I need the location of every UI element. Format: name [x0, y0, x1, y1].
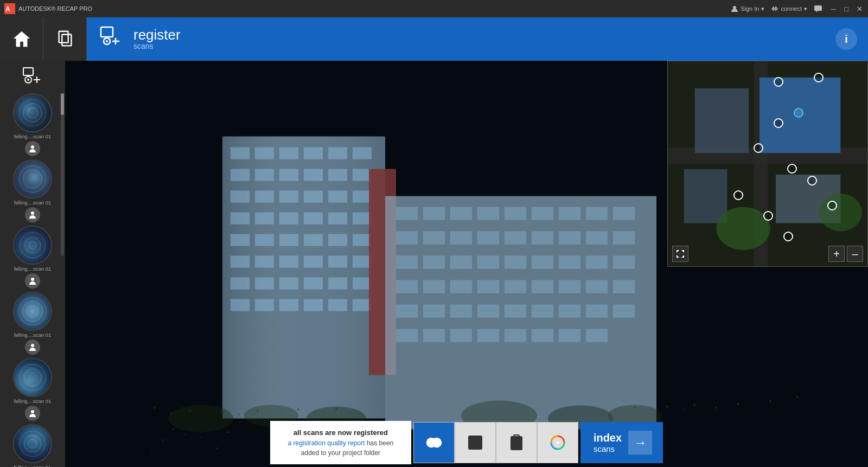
svg-point-170 — [257, 410, 259, 412]
svg-point-12 — [31, 145, 34, 149]
svg-rect-70 — [328, 191, 347, 203]
svg-rect-6 — [101, 27, 113, 37]
svg-point-171 — [276, 413, 277, 414]
svg-rect-148 — [586, 305, 608, 318]
svg-rect-189 — [684, 169, 727, 223]
scan-person-btn[interactable] — [25, 141, 40, 156]
scan-person-btn[interactable] — [25, 406, 40, 421]
svg-rect-126 — [477, 256, 499, 269]
svg-rect-87 — [304, 256, 323, 268]
main-content: felling....scan 01 felling....scan 01 — [0, 61, 868, 467]
sign-in-btn[interactable]: Sign In ▾ — [731, 5, 764, 12]
minimap-zoom-controls: + – — [828, 246, 863, 262]
svg-rect-93 — [304, 278, 323, 290]
minimap-scan-dot[interactable] — [774, 77, 783, 87]
svg-rect-69 — [304, 191, 323, 203]
svg-point-197 — [435, 441, 438, 444]
svg-rect-113 — [613, 207, 635, 220]
list-item[interactable]: felling....scan 01 — [3, 159, 62, 222]
svg-rect-121 — [586, 232, 608, 245]
minimap-scan-dot[interactable] — [763, 211, 773, 221]
minimap-scan-dot[interactable] — [787, 164, 797, 174]
maximize-btn[interactable]: □ — [842, 4, 851, 13]
svg-rect-156 — [559, 329, 580, 342]
svg-rect-142 — [423, 305, 445, 318]
minimap-scan-dot[interactable] — [774, 118, 783, 128]
home-button[interactable] — [0, 17, 43, 61]
list-item[interactable]: felling....scan 01 — [3, 226, 62, 289]
svg-rect-100 — [328, 299, 347, 311]
svg-point-8 — [106, 40, 108, 42]
register-tool-btn[interactable] — [413, 422, 455, 463]
sidebar-register-icon[interactable] — [14, 65, 52, 89]
svg-point-177 — [666, 406, 668, 408]
svg-rect-144 — [477, 305, 499, 318]
zoom-in-btn[interactable]: + — [828, 246, 845, 262]
svg-rect-81 — [304, 234, 323, 246]
svg-rect-135 — [477, 280, 499, 293]
minimap-scan-dot[interactable] — [783, 232, 793, 241]
svg-rect-86 — [279, 256, 298, 268]
scan-person-btn[interactable] — [25, 273, 40, 289]
svg-rect-9 — [23, 68, 33, 75]
svg-rect-85 — [255, 256, 274, 268]
svg-point-180 — [716, 407, 717, 408]
svg-rect-110 — [532, 207, 553, 220]
list-item[interactable]: felling....scan 01 — [3, 292, 62, 355]
svg-rect-66 — [231, 191, 250, 203]
clipboard-tool-btn[interactable] — [496, 422, 537, 463]
minimap-scan-dot[interactable] — [814, 73, 824, 82]
svg-rect-4 — [59, 31, 68, 43]
index-scans-arrow-icon: → — [628, 431, 652, 455]
svg-point-11 — [27, 79, 29, 81]
list-item[interactable]: felling....scan 01 — [3, 93, 62, 156]
scan-person-btn[interactable] — [25, 207, 40, 222]
svg-rect-98 — [279, 299, 298, 311]
svg-point-16 — [31, 410, 34, 413]
close-btn[interactable]: ✕ — [855, 4, 864, 13]
minimap[interactable]: + – — [667, 61, 868, 267]
svg-rect-76 — [328, 213, 347, 225]
svg-rect-129 — [559, 256, 580, 269]
svg-rect-99 — [304, 299, 323, 311]
svg-rect-67 — [255, 191, 274, 203]
minimize-btn[interactable]: ─ — [829, 4, 838, 13]
svg-rect-124 — [423, 256, 445, 269]
window-controls: ─ □ ✕ — [829, 4, 864, 13]
scrollbar-thumb[interactable] — [61, 93, 64, 115]
zoom-out-btn[interactable]: – — [847, 246, 863, 262]
svg-point-168 — [221, 411, 224, 413]
viewport[interactable]: + – all scans are now registered a regis… — [65, 61, 868, 467]
svg-point-13 — [31, 212, 34, 215]
header-subtitle: scans — [133, 42, 181, 50]
connect-btn[interactable]: connect ▾ — [771, 5, 807, 12]
svg-rect-84 — [231, 256, 250, 268]
minimap-expand-btn[interactable] — [672, 246, 688, 262]
minimap-scan-dot[interactable] — [754, 143, 763, 153]
scan-person-btn[interactable] — [25, 340, 40, 355]
info-button[interactable]: i — [835, 28, 857, 50]
grid-tool-btn[interactable] — [455, 422, 496, 463]
minimap-scan-dot[interactable] — [733, 190, 743, 200]
svg-rect-198 — [469, 436, 482, 449]
pages-button[interactable] — [43, 17, 87, 61]
svg-rect-128 — [532, 256, 553, 269]
scan-thumbnail — [13, 358, 52, 397]
notification-link[interactable]: a registration quality report — [288, 439, 365, 447]
svg-rect-187 — [695, 88, 749, 153]
index-scans-button[interactable]: index scans → — [580, 422, 663, 463]
color-tool-btn[interactable] — [537, 422, 578, 463]
scan-label: felling....scan 01 — [14, 332, 52, 338]
minimap-scan-dot[interactable] — [794, 108, 803, 118]
svg-rect-141 — [396, 305, 418, 318]
chat-btn[interactable] — [814, 5, 822, 12]
header: register scans i — [0, 17, 868, 61]
header-text: register scans — [133, 28, 181, 50]
svg-rect-154 — [505, 329, 526, 342]
list-item[interactable]: felling....scan 01 — [3, 358, 62, 421]
svg-rect-107 — [450, 207, 472, 220]
list-item[interactable]: felling....scan 01 — [3, 424, 62, 467]
title-bar-left: A AUTODESK® RECAP PRO — [4, 3, 92, 14]
svg-point-179 — [693, 404, 695, 406]
svg-rect-132 — [396, 280, 418, 293]
